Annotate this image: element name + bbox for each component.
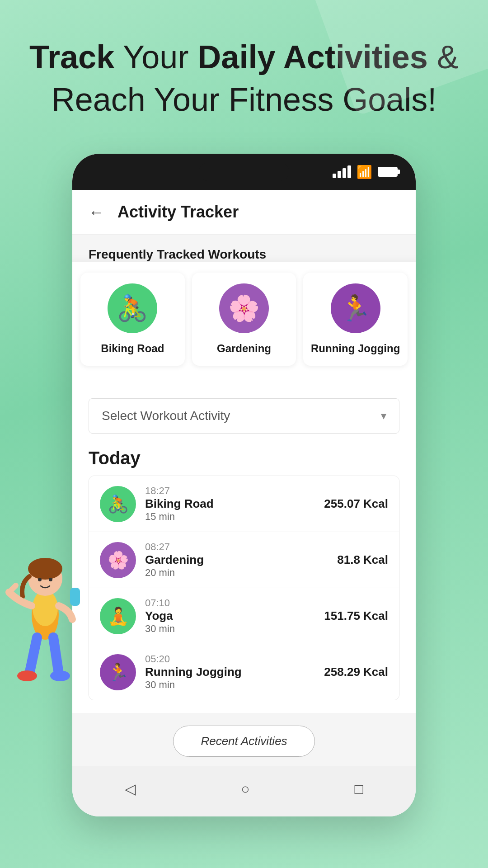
signal-icon	[333, 165, 351, 178]
activity-item-running: 🏃 05:20 Running Jogging 30 min 258.29 Kc…	[89, 644, 399, 700]
activity-list: 🚴 18:27 Biking Road 15 min 255.07 Kcal 🌸…	[89, 476, 399, 700]
dropdown-placeholder: Select Workout Activity	[102, 409, 230, 423]
running-calories: 258.29 Kcal	[324, 665, 388, 679]
yoga-calories: 151.75 Kcal	[324, 609, 388, 623]
recent-activities-button[interactable]: Recent Activities	[173, 726, 314, 757]
yoga-duration: 30 min	[145, 623, 324, 635]
nav-square-button[interactable]: □	[337, 775, 381, 803]
wifi-icon: 📶	[357, 165, 372, 179]
biking-icon: 🚴	[108, 283, 157, 333]
app-content: Select Workout Activity ▾ Today 🚴 18:27 …	[72, 377, 416, 713]
biking-name: Biking Road	[145, 497, 324, 511]
svg-point-3	[28, 558, 62, 580]
gardening-label: Gardening	[217, 342, 271, 355]
running-icon: 🏃	[331, 283, 380, 333]
workout-card-gardening[interactable]: 🌸 Gardening	[192, 273, 296, 366]
svg-line-7	[9, 585, 16, 592]
activity-biking-icon: 🚴	[100, 486, 136, 522]
dropdown-arrow-icon: ▾	[381, 410, 386, 422]
back-button[interactable]: ←	[89, 203, 104, 221]
workout-dropdown[interactable]: Select Workout Activity ▾	[89, 398, 399, 434]
hero-your: Your	[123, 39, 197, 75]
nav-home-button[interactable]: ○	[223, 775, 267, 803]
yoga-name: Yoga	[145, 609, 324, 623]
gardening-name: Gardening	[145, 553, 337, 567]
today-title: Today	[89, 448, 399, 468]
bottom-nav: ◁ ○ □	[72, 766, 416, 816]
section-title: Frequently Tracked Workouts	[89, 247, 399, 262]
svg-point-5	[49, 578, 52, 581]
nav-back-button[interactable]: ◁	[107, 775, 154, 803]
notch	[199, 163, 289, 181]
activity-yoga-icon: 🧘	[100, 598, 136, 634]
svg-point-9	[50, 670, 70, 681]
recent-btn-container: Recent Activities	[72, 713, 416, 766]
running-label: Running Jogging	[311, 342, 400, 355]
frequently-tracked-section: Frequently Tracked Workouts	[72, 235, 416, 262]
biking-time: 18:27	[145, 485, 324, 497]
running-time: 05:20	[145, 653, 324, 665]
activity-item-gardening: 🌸 08:27 Gardening 20 min 81.8 Kcal	[89, 532, 399, 588]
today-section: Today 🚴 18:27 Biking Road 15 min 255.07 …	[89, 448, 399, 700]
hero-track: Track	[29, 39, 114, 75]
battery-icon	[378, 167, 398, 177]
activity-gardening-icon: 🌸	[100, 542, 136, 578]
character-illustration	[0, 542, 90, 687]
yoga-time: 07:10	[145, 597, 324, 609]
activity-gardening-details: 08:27 Gardening 20 min	[145, 541, 337, 579]
svg-point-4	[38, 578, 42, 581]
biking-duration: 15 min	[145, 511, 324, 523]
workout-card-biking[interactable]: 🚴 Biking Road	[80, 273, 185, 366]
biking-label: Biking Road	[101, 342, 164, 355]
workout-cards-row: 🚴 Biking Road 🌸 Gardening 🏃 Running Jogg…	[72, 262, 416, 377]
status-bar: 📶	[72, 154, 416, 190]
svg-point-8	[17, 670, 37, 681]
running-duration: 30 min	[145, 679, 324, 691]
running-name: Running Jogging	[145, 665, 324, 679]
gardening-time: 08:27	[145, 541, 337, 553]
gardening-icon: 🌸	[219, 283, 269, 333]
dropdown-container: Select Workout Activity ▾	[89, 398, 399, 434]
svg-rect-6	[70, 588, 80, 606]
status-icons: 📶	[333, 165, 398, 179]
biking-calories: 255.07 Kcal	[324, 497, 388, 511]
activity-item-biking: 🚴 18:27 Biking Road 15 min 255.07 Kcal	[89, 476, 399, 532]
phone-mockup: 📶 ← Activity Tracker Frequently Tracked …	[72, 154, 416, 816]
activity-item-yoga: 🧘 07:10 Yoga 30 min 151.75 Kcal	[89, 588, 399, 644]
gardening-duration: 20 min	[145, 567, 337, 579]
activity-running-details: 05:20 Running Jogging 30 min	[145, 653, 324, 691]
activity-biking-details: 18:27 Biking Road 15 min	[145, 485, 324, 523]
gardening-calories: 81.8 Kcal	[337, 553, 388, 567]
app-title: Activity Tracker	[117, 203, 239, 222]
workout-card-running[interactable]: 🏃 Running Jogging	[303, 273, 408, 366]
app-header: ← Activity Tracker	[72, 190, 416, 235]
activity-yoga-details: 07:10 Yoga 30 min	[145, 597, 324, 635]
activity-running-icon: 🏃	[100, 654, 136, 690]
